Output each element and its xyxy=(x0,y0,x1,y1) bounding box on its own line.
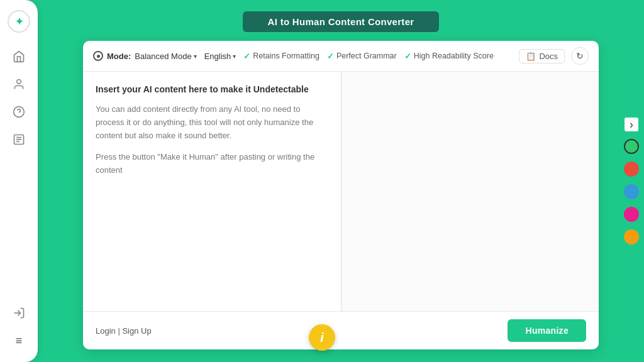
feature-label: Perfect Grammar xyxy=(336,52,397,60)
placeholder-text-1: You can add content directly from any AI… xyxy=(96,103,328,142)
sidebar: ✦ xyxy=(0,0,38,362)
panel-arrow[interactable]: › xyxy=(625,118,638,131)
chevron-down-icon: ▾ xyxy=(233,53,236,60)
login-link[interactable]: Login xyxy=(96,326,116,336)
mode-value: Balanced Mode xyxy=(135,52,191,61)
sidebar-item-notes[interactable] xyxy=(8,128,30,151)
mode-section: Mode: Balanced Mode ▾ xyxy=(93,51,197,61)
logo-icon: ✦ xyxy=(15,16,23,28)
signup-link[interactable]: Sign Up xyxy=(122,326,151,336)
check-icon: ✓ xyxy=(327,52,334,61)
docs-label: Docs xyxy=(539,52,558,61)
sidebar-bottom: ≡ xyxy=(8,302,30,352)
svg-point-0 xyxy=(17,80,21,84)
color-dot-orange[interactable] xyxy=(624,229,639,244)
feature-retains-formatting: ✓ Retains Formatting xyxy=(243,52,319,61)
placeholder-text-2: Press the button "Make it Human" after p… xyxy=(96,151,328,177)
logo: ✦ xyxy=(8,10,30,33)
sidebar-item-home[interactable] xyxy=(8,45,30,68)
info-button[interactable]: i xyxy=(309,324,335,351)
color-panel: › xyxy=(619,110,644,252)
card-footer: Login | Sign Up Humanize xyxy=(83,311,599,349)
feature-label: Retains Formatting xyxy=(253,52,319,60)
footer-links: Login | Sign Up xyxy=(96,326,152,336)
editor-area: Insert your AI content here to make it U… xyxy=(83,72,599,311)
check-icon: ✓ xyxy=(404,52,411,61)
mode-icon xyxy=(93,51,103,61)
check-icon: ✓ xyxy=(243,52,250,61)
language-dropdown[interactable]: English ▾ xyxy=(204,52,236,61)
humanize-button[interactable]: Humanize xyxy=(508,319,586,342)
docs-icon: 📋 xyxy=(526,52,536,61)
editor-input[interactable]: Insert your AI content here to make it U… xyxy=(83,72,341,311)
color-dot-red[interactable] xyxy=(624,162,639,177)
hamburger-icon: ≡ xyxy=(16,335,23,346)
language-value: English xyxy=(204,52,231,61)
main-card: Mode: Balanced Mode ▾ English ▾ ✓ Retain… xyxy=(83,41,599,349)
sidebar-item-help[interactable] xyxy=(8,101,30,123)
feature-high-readability: ✓ High Readability Score xyxy=(404,52,494,61)
sidebar-item-login[interactable] xyxy=(8,302,30,324)
sidebar-item-profile[interactable] xyxy=(8,73,30,96)
feature-label: High Readability Score xyxy=(414,52,494,60)
color-dot-pink[interactable] xyxy=(624,207,639,222)
refresh-icon: ↻ xyxy=(576,51,584,61)
color-dot-green[interactable] xyxy=(624,139,639,154)
feature-perfect-grammar: ✓ Perfect Grammar xyxy=(327,52,397,61)
toolbar: Mode: Balanced Mode ▾ English ▾ ✓ Retain… xyxy=(83,41,599,72)
color-dot-blue[interactable] xyxy=(624,184,639,199)
placeholder-title: Insert your AI content here to make it U… xyxy=(96,84,328,94)
sidebar-menu-icon[interactable]: ≡ xyxy=(8,329,30,352)
main-content: AI to Human Content Converter Mode: Bala… xyxy=(38,0,644,362)
mode-dropdown[interactable]: Balanced Mode ▾ xyxy=(135,52,196,61)
editor-output xyxy=(341,72,599,311)
docs-button[interactable]: 📋 Docs xyxy=(519,49,565,63)
chevron-down-icon: ▾ xyxy=(194,53,197,60)
toolbar-right: 📋 Docs ↻ xyxy=(519,47,589,65)
refresh-button[interactable]: ↻ xyxy=(571,47,589,65)
page-title: AI to Human Content Converter xyxy=(243,11,440,32)
mode-label: Mode: xyxy=(107,52,131,61)
